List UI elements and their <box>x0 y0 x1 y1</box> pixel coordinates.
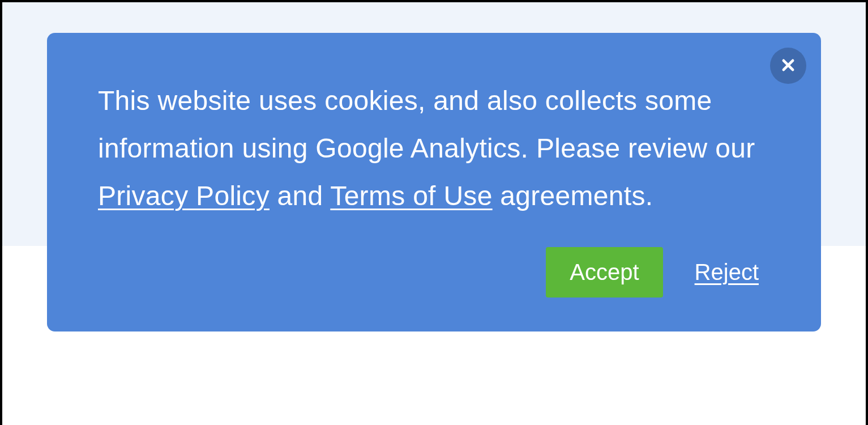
cookie-consent-banner: This website uses cookies, and also coll… <box>47 33 821 332</box>
reject-button[interactable]: Reject <box>695 260 759 285</box>
cookie-message-text-pre: This website uses cookies, and also coll… <box>98 86 755 163</box>
cookie-message: This website uses cookies, and also coll… <box>98 77 770 220</box>
privacy-policy-link[interactable]: Privacy Policy <box>98 181 270 211</box>
close-button[interactable] <box>770 48 806 84</box>
cookie-actions: Accept Reject <box>98 247 759 298</box>
close-icon <box>780 57 796 75</box>
cookie-message-text-post: agreements. <box>493 181 653 211</box>
accept-button[interactable]: Accept <box>546 247 662 298</box>
cookie-message-text-mid: and <box>270 181 330 211</box>
terms-of-use-link[interactable]: Terms of Use <box>330 181 492 211</box>
